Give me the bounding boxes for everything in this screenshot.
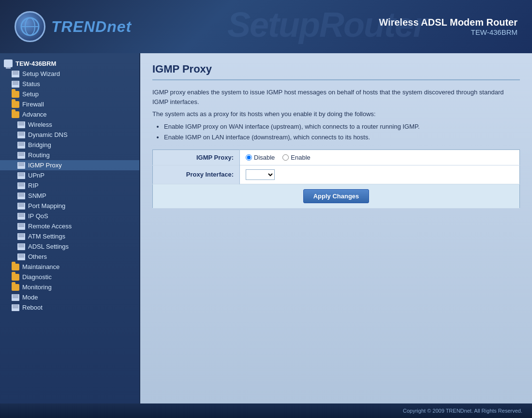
sidebar-item-firewall[interactable]: Firewall <box>0 99 139 109</box>
sidebar-label: SNMP <box>28 192 46 199</box>
sidebar-label: Bridging <box>28 141 51 149</box>
proxy-interface-value <box>240 165 520 184</box>
header: TRENDnet Wireless ADSL Modem Router TEW-… <box>0 0 532 53</box>
sidebar-item-wireless[interactable]: Wireless <box>0 119 139 130</box>
file-icon <box>17 182 25 189</box>
copyright-text: Copyright © 2009 TRENDnet. All Rights Re… <box>403 408 522 414</box>
sidebar-item-advance[interactable]: Advance <box>0 109 139 119</box>
sidebar-item-remote-access[interactable]: Remote Access <box>0 221 139 231</box>
file-icon <box>17 132 25 138</box>
apply-changes-button[interactable]: Apply Changes <box>303 189 369 203</box>
sidebar-item-ip-qos[interactable]: IP QoS <box>0 211 139 221</box>
sidebar-item-adsl-settings[interactable]: ADSL Settings <box>0 241 139 252</box>
page-title: IGMP Proxy <box>152 63 520 80</box>
sidebar-item-others[interactable]: Others <box>0 252 139 262</box>
sidebar-item-device[interactable]: TEW-436BRM <box>0 58 139 69</box>
igmp-radio-group: Disable Enable <box>246 154 514 161</box>
proxy-interface-select[interactable] <box>246 169 275 180</box>
sidebar-item-status[interactable]: Status <box>0 79 139 89</box>
sidebar-label: Firewall <box>22 101 44 108</box>
page-description: IGMP proxy enables the system to issue I… <box>152 88 520 142</box>
sidebar-item-mode[interactable]: Mode <box>0 292 139 302</box>
sidebar-device-label: TEW-436BRM <box>15 60 56 67</box>
file-icon <box>12 71 19 77</box>
sidebar-item-dynamic-dns[interactable]: Dynamic DNS <box>0 130 139 140</box>
apply-row: Apply Changes <box>153 184 520 208</box>
sidebar-item-upnp[interactable]: UPnP <box>0 170 139 180</box>
folder-icon <box>12 91 19 98</box>
sidebar-item-bridging[interactable]: Bridging <box>0 140 139 150</box>
product-model: TEW-436BRM <box>379 28 517 36</box>
sidebar-label: Mode <box>22 294 38 301</box>
sidebar-label: IP QoS <box>28 212 48 220</box>
sidebar-item-setup[interactable]: Setup <box>0 89 139 99</box>
folder-icon <box>12 274 19 281</box>
desc-bullet-1: Enable IGMP proxy on WAN interface (upst… <box>164 122 520 132</box>
sidebar-item-monitoring[interactable]: Monitoring <box>0 282 139 292</box>
file-icon <box>12 81 19 88</box>
sidebar-label: Setup Wizard <box>22 70 60 77</box>
desc-bullet-2: Enable IGMP on LAN interface (downstream… <box>164 133 520 142</box>
sidebar-label: Reboot <box>22 304 43 311</box>
radio-disable-text: Disable <box>254 154 275 161</box>
file-icon <box>17 233 25 240</box>
brand-logo: TRENDnet <box>51 18 132 36</box>
folder-icon <box>12 101 19 108</box>
main-layout: TEW-436BRM Setup Wizard Status Setup Fir… <box>0 53 532 403</box>
footer: Copyright © 2009 TRENDnet. All Rights Re… <box>0 403 532 418</box>
radio-disable-label[interactable]: Disable <box>246 154 275 161</box>
sidebar-item-rip[interactable]: RIP <box>0 180 139 191</box>
file-icon <box>12 304 19 311</box>
sidebar-item-setup-wizard[interactable]: Setup Wizard <box>0 69 139 79</box>
sidebar-item-diagnostic[interactable]: Diagnostic <box>0 272 139 282</box>
brand-trend: TREND <box>51 18 107 35</box>
igmp-proxy-label: IGMP Proxy: <box>153 149 240 165</box>
sidebar-item-routing[interactable]: Routing <box>0 150 139 160</box>
sidebar-label: Routing <box>28 151 50 159</box>
file-icon <box>17 254 25 260</box>
product-info: Wireless ADSL Modem Router TEW-436BRM <box>379 17 517 36</box>
sidebar-label: RIP <box>28 182 39 189</box>
brand-net: net <box>107 18 132 35</box>
content-area: IGMP Proxy IGMP proxy enables the system… <box>140 53 532 403</box>
sidebar-item-igmp-proxy[interactable]: IGMP Proxy <box>0 160 139 170</box>
radio-disable[interactable] <box>246 154 252 161</box>
product-name: Wireless ADSL Modem Router <box>379 17 517 28</box>
file-icon <box>17 223 25 230</box>
radio-enable-text: Enable <box>291 154 310 161</box>
folder-icon <box>12 111 19 118</box>
sidebar-label: Monitoring <box>22 284 52 291</box>
proxy-interface-row: Proxy Interface: <box>153 165 520 184</box>
sidebar-item-snmp[interactable]: SNMP <box>0 191 139 201</box>
file-icon <box>12 294 19 301</box>
radio-enable-label[interactable]: Enable <box>282 154 310 161</box>
file-icon <box>17 193 25 199</box>
file-icon <box>17 243 25 250</box>
sidebar-label: Diagnostic <box>22 273 52 281</box>
sidebar-label: Status <box>22 80 40 88</box>
sidebar-label: Others <box>28 253 47 260</box>
sidebar-label: IGMP Proxy <box>28 162 62 169</box>
sidebar-item-reboot[interactable]: Reboot <box>0 302 139 313</box>
file-icon <box>17 162 25 169</box>
igmp-form: IGMP Proxy: Disable Enable P <box>152 149 520 209</box>
igmp-proxy-value: Disable Enable <box>240 149 520 165</box>
sidebar-item-atm-settings[interactable]: ATM Settings <box>0 231 139 241</box>
desc-para-1: IGMP proxy enables the system to issue I… <box>152 88 520 106</box>
sidebar-label: Advance <box>22 111 47 118</box>
file-icon <box>17 142 25 149</box>
sidebar-label: Remote Access <box>28 223 72 230</box>
sidebar-item-maintainance[interactable]: Maintainance <box>0 262 139 272</box>
logo-area: TRENDnet <box>15 11 132 42</box>
apply-cell: Apply Changes <box>153 184 520 208</box>
sidebar-item-port-mapping[interactable]: Port Mapping <box>0 201 139 211</box>
radio-enable[interactable] <box>282 154 289 161</box>
logo-icon <box>15 11 45 42</box>
computer-icon <box>4 60 13 67</box>
sidebar-label: Port Mapping <box>28 202 65 209</box>
sidebar-label: Maintainance <box>22 263 59 270</box>
igmp-proxy-row: IGMP Proxy: Disable Enable <box>153 149 520 165</box>
sidebar-label: ADSL Settings <box>28 243 69 250</box>
file-icon <box>17 203 25 209</box>
file-icon <box>17 121 25 128</box>
